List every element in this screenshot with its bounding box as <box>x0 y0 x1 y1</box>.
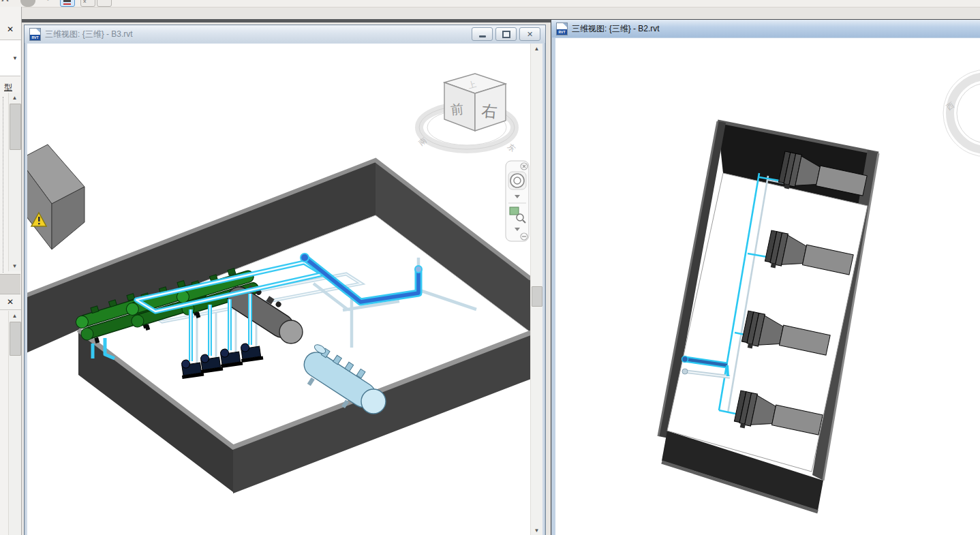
window-title: 三维视图: {三维} - B2.rvt <box>572 23 660 35</box>
view-window-b3: RVT 三维视图: {三维} - B3.rvt ✕ <box>24 25 546 535</box>
viewcube-front-label: 前 <box>450 102 464 117</box>
scroll-down-icon[interactable]: ▼ <box>9 261 20 271</box>
viewcube[interactable]: 南 东 上 前 右 <box>417 74 517 153</box>
tool-glyph <box>63 0 71 2</box>
scroll-up-icon[interactable]: ▲ <box>531 44 542 54</box>
page-fold <box>563 23 567 27</box>
titlebar-b2[interactable]: RVT 三维视图: {三维} - B2.rvt <box>551 20 980 37</box>
rvt-file-icon: RVT <box>556 22 568 35</box>
scroll-up-icon[interactable]: ▲ <box>9 311 20 321</box>
scene-3d-b2[interactable]: 西 <box>555 38 980 535</box>
view-vertical-scrollbar[interactable]: ▲ ▼ <box>530 44 542 535</box>
view-canvas-b2[interactable]: 西 <box>555 38 980 535</box>
scroll-up-icon[interactable]: ▲ <box>9 93 20 103</box>
paste-icon[interactable] <box>97 0 112 7</box>
minimize-button[interactable] <box>472 27 493 41</box>
restore-button[interactable] <box>495 27 517 41</box>
properties-panel-close-button[interactable]: ✕ <box>3 23 17 35</box>
restore-icon <box>502 31 510 38</box>
scrollbar-thumb[interactable] <box>10 322 21 356</box>
add-icon[interactable]: + <box>45 0 51 7</box>
delete-x-glyph: x <box>83 0 86 4</box>
tool-underline <box>63 3 71 5</box>
active-tool-icon[interactable] <box>60 0 75 7</box>
close-button[interactable]: ✕ <box>519 27 540 41</box>
panel-divider <box>0 309 21 310</box>
docked-panel-edge: ✕ ▼ 型 ▲ ▼ ✕ ▲ <box>0 7 22 535</box>
revit-mdi-workspace: A + x ✕ ▼ 型 ▲ ▼ ✕ ▲ <box>0 0 980 535</box>
window-controls: ✕ <box>472 27 540 41</box>
scrollbar-thumb[interactable] <box>532 286 542 307</box>
rvt-badge: RVT <box>557 29 567 35</box>
navigation-bar[interactable] <box>506 161 529 241</box>
compass-ring-partial: 西 <box>943 70 980 157</box>
tree-guide-line <box>3 97 3 273</box>
edit-type-link[interactable]: 型 <box>4 82 12 93</box>
browser-panel-close-button[interactable]: ✕ <box>3 296 17 308</box>
titlebar-b3[interactable]: RVT 三维视图: {三维} - B3.rvt ✕ <box>25 25 545 43</box>
panel-footer-row <box>0 274 20 294</box>
scroll-down-icon[interactable]: ▼ <box>531 525 542 535</box>
ribbon-edge-toolbar: A + x <box>0 0 980 7</box>
scrollbar-thumb[interactable] <box>10 104 21 150</box>
view-canvas-b3[interactable]: 南 东 上 前 右 <box>27 44 542 535</box>
chevron-down-icon[interactable]: ▼ <box>12 55 18 61</box>
steering-wheel-icon[interactable] <box>508 172 526 189</box>
compass-label-se: 东 <box>506 142 517 153</box>
properties-scrollbar[interactable]: ▲ ▼ <box>8 93 21 271</box>
type-selector-edge[interactable]: ▼ <box>0 40 20 76</box>
window-title: 三维视图: {三维} - B3.rvt <box>45 29 133 40</box>
view-window-b2: RVT 三维视图: {三维} - B2.rvt 西 <box>551 19 980 535</box>
close-icon: ✕ <box>527 31 533 38</box>
rvt-file-icon: RVT <box>29 28 41 41</box>
viewcube-right-label: 右 <box>481 102 498 121</box>
text-note-icon[interactable]: A <box>1 0 9 7</box>
rvt-badge: RVT <box>30 35 40 40</box>
page-fold <box>36 29 40 33</box>
delete-element-icon[interactable]: x <box>80 0 95 7</box>
adjacent-box-element[interactable] <box>27 144 85 249</box>
minimize-icon <box>479 35 486 37</box>
browser-scrollbar[interactable]: ▲ <box>8 311 21 535</box>
pan-icon[interactable] <box>20 0 35 7</box>
scene-3d-b3[interactable]: 南 东 上 前 右 <box>27 44 530 535</box>
